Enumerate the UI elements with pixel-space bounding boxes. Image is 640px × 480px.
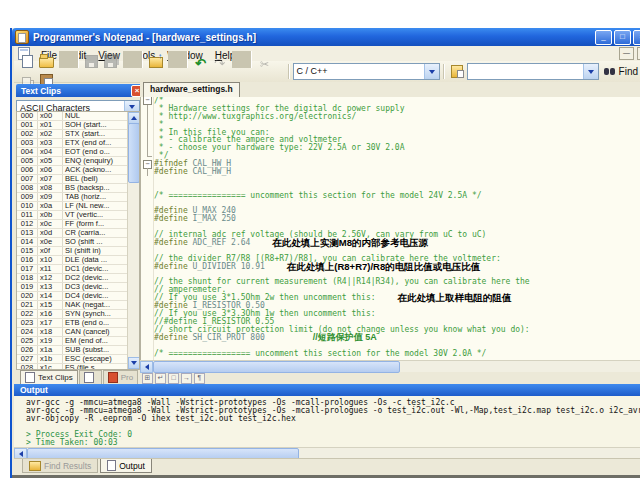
cut-icon[interactable] bbox=[255, 56, 274, 73]
fold-marker[interactable] bbox=[141, 207, 154, 215]
fold-marker[interactable] bbox=[141, 318, 154, 326]
editor-option-icon[interactable]: → bbox=[181, 373, 192, 384]
list-item[interactable]: 009x09TAB (horiz... bbox=[17, 193, 128, 202]
fold-marker[interactable] bbox=[141, 334, 154, 342]
list-item[interactable]: 014x0eSO (shift ... bbox=[17, 238, 128, 247]
editor-option-icon[interactable]: ¶ bbox=[194, 373, 205, 384]
docking-tab[interactable]: Pro bbox=[103, 370, 138, 385]
scheme-combobox[interactable]: C / C++ bbox=[293, 63, 440, 80]
find-button[interactable]: Find bbox=[599, 65, 640, 78]
close-button[interactable]: × bbox=[633, 30, 640, 45]
list-item[interactable]: 023x17ETB (end o... bbox=[17, 319, 128, 328]
scroll-down-icon[interactable] bbox=[128, 357, 140, 369]
docking-tab[interactable]: Text Clips bbox=[20, 370, 78, 385]
fold-marker[interactable] bbox=[141, 263, 154, 271]
sep1[interactable] bbox=[59, 51, 79, 68]
list-item[interactable]: 000x00NUL bbox=[17, 112, 128, 121]
fold-marker[interactable] bbox=[141, 192, 154, 200]
list-item[interactable]: 001x01SOH (start... bbox=[17, 121, 128, 130]
list-item[interactable]: 022x16SYN (synch... bbox=[17, 310, 128, 319]
list-item[interactable]: 015x0fSI (shift in) bbox=[17, 247, 128, 256]
list-item[interactable]: 013x0dCR (carria... bbox=[17, 229, 128, 238]
fold-marker[interactable] bbox=[141, 160, 154, 168]
list-item[interactable]: 024x18CAN (cancel) bbox=[17, 328, 128, 337]
fold-marker[interactable] bbox=[141, 326, 154, 334]
list-item[interactable]: 006x06ACK (ackno... bbox=[17, 166, 128, 175]
fold-marker[interactable] bbox=[141, 200, 154, 208]
editor-option-icon[interactable]: ⊞ bbox=[142, 373, 153, 384]
open-folder-icon[interactable] bbox=[37, 52, 56, 69]
list-item[interactable]: 011x0bVT (vertic... bbox=[17, 211, 128, 220]
list-item[interactable]: 007x07BEL (bell) bbox=[17, 175, 128, 184]
fold-marker[interactable] bbox=[141, 105, 154, 113]
window-titlebar[interactable]: Programmer's Notepad - [hardware_setting… bbox=[12, 28, 640, 46]
clip-category-dropdown[interactable]: ASCII Characters bbox=[16, 97, 138, 111]
fold-marker[interactable] bbox=[141, 176, 154, 184]
output-console[interactable]: avr-gcc -g -mmcu=atmega8 -Wall -Wstrict-… bbox=[14, 396, 640, 450]
editor-tab[interactable]: hardware_settings.h bbox=[143, 82, 240, 97]
fold-marker[interactable] bbox=[141, 310, 154, 318]
find-bar-icon[interactable] bbox=[448, 63, 467, 80]
list-item[interactable]: 016x10DLE (data ... bbox=[17, 256, 128, 265]
fold-marker[interactable] bbox=[141, 302, 154, 310]
fold-marker[interactable] bbox=[141, 168, 154, 176]
undo-icon[interactable] bbox=[191, 55, 210, 72]
fold-marker[interactable] bbox=[141, 113, 154, 121]
fold-marker[interactable] bbox=[141, 294, 154, 302]
fold-marker[interactable] bbox=[141, 239, 154, 247]
search-combobox[interactable] bbox=[467, 63, 599, 80]
list-item[interactable]: 026x1aSUB (subst... bbox=[17, 346, 128, 355]
list-item[interactable]: 027x1bESC (escape) bbox=[17, 355, 128, 364]
fold-marker[interactable] bbox=[141, 121, 154, 129]
output-tab[interactable]: Find Results bbox=[22, 459, 98, 473]
fold-marker[interactable] bbox=[141, 136, 154, 144]
mdi-minimize-button[interactable]: — bbox=[619, 47, 634, 60]
new-file-icon[interactable] bbox=[18, 53, 37, 70]
save-icon[interactable] bbox=[82, 53, 101, 70]
chevron-down-icon[interactable] bbox=[424, 64, 439, 79]
fold-marker[interactable] bbox=[141, 286, 154, 294]
list-item[interactable]: 003x03ETX (end of... bbox=[17, 139, 128, 148]
fold-marker[interactable] bbox=[141, 231, 154, 239]
output-panel-header[interactable]: Output bbox=[14, 384, 640, 396]
editor-hscrollbar[interactable] bbox=[140, 360, 640, 372]
code-editor[interactable]: /* * Hardware settings for the digital d… bbox=[140, 97, 640, 360]
fold-marker[interactable] bbox=[141, 97, 154, 105]
clip-list-scrollbar[interactable] bbox=[127, 112, 139, 369]
list-item[interactable]: 025x19EM (end of... bbox=[17, 337, 128, 346]
sep2[interactable] bbox=[123, 51, 143, 68]
fold-marker[interactable] bbox=[141, 129, 154, 137]
list-item[interactable]: 010x0aLF (NL new... bbox=[17, 202, 128, 211]
list-item[interactable]: 018x12DC2 (devic... bbox=[17, 274, 128, 283]
list-item[interactable]: 004x04EOT (end o... bbox=[17, 148, 128, 157]
list-item[interactable]: 021x15NAK (negat... bbox=[17, 301, 128, 310]
docking-tab[interactable] bbox=[79, 370, 102, 385]
fold-marker[interactable] bbox=[141, 350, 154, 358]
folder-export-icon[interactable] bbox=[146, 52, 165, 69]
sep3[interactable] bbox=[168, 51, 188, 68]
sep4[interactable] bbox=[232, 51, 252, 68]
save-all-icon[interactable] bbox=[101, 53, 120, 70]
scrollbar-thumb[interactable] bbox=[128, 123, 140, 183]
list-item[interactable]: 002x02STX (start... bbox=[17, 130, 128, 139]
fold-marker[interactable] bbox=[141, 342, 154, 350]
fold-marker[interactable] bbox=[141, 184, 154, 192]
fold-marker[interactable] bbox=[141, 271, 154, 279]
fold-marker[interactable] bbox=[141, 247, 154, 255]
fold-marker[interactable] bbox=[141, 215, 154, 223]
list-item[interactable]: 017x11DC1 (devic... bbox=[17, 265, 128, 274]
fold-marker[interactable] bbox=[141, 278, 154, 286]
output-tab[interactable]: Output bbox=[100, 459, 152, 473]
maximize-button[interactable]: □ bbox=[614, 30, 631, 45]
list-item[interactable]: 019x13DC3 (devic... bbox=[17, 283, 128, 292]
fold-marker[interactable] bbox=[141, 144, 154, 152]
list-item[interactable]: 020x14DC4 (devic... bbox=[17, 292, 128, 301]
list-item[interactable]: 005x05ENQ (enquiry) bbox=[17, 157, 128, 166]
editor-option-icon[interactable]: ↵ bbox=[155, 373, 166, 384]
ascii-clip-list[interactable]: 000x00NUL001x01SOH (start...002x02STX (s… bbox=[16, 111, 140, 370]
chevron-down-icon[interactable] bbox=[583, 64, 598, 79]
list-item[interactable]: 008x08BS (backsp... bbox=[17, 184, 128, 193]
fold-marker[interactable] bbox=[141, 255, 154, 263]
editor-option-icon[interactable]: □ bbox=[168, 373, 179, 384]
redo-icon[interactable] bbox=[210, 55, 229, 72]
